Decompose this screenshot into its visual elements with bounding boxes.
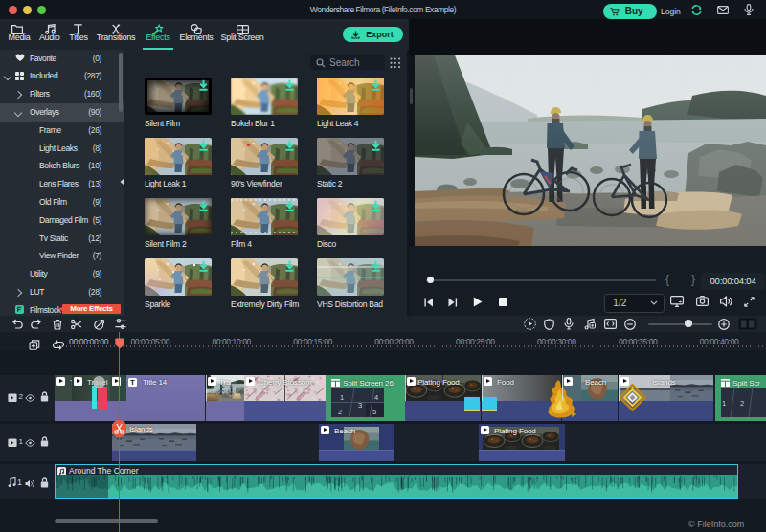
svg-text:1: 1 (339, 393, 343, 402)
svg-text:2: 2 (337, 408, 341, 416)
svg-text:3: 3 (357, 401, 361, 410)
svg-text:2: 2 (739, 399, 743, 408)
svg-text:1: 1 (721, 399, 725, 408)
svg-text:4: 4 (373, 393, 377, 402)
svg-text:5: 5 (372, 408, 375, 416)
